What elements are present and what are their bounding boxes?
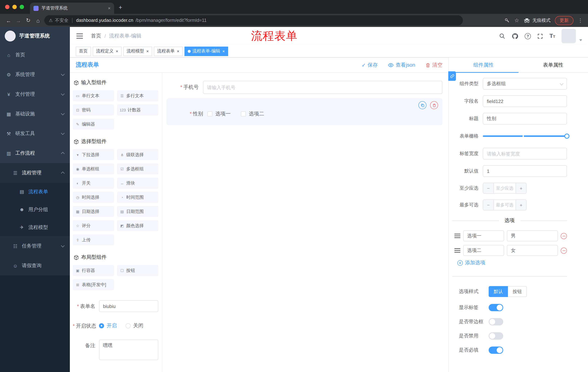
chip-date-picker[interactable]: ▦日期选择 (73, 206, 114, 217)
chip-row-container[interactable]: ▣行容器 (73, 265, 114, 276)
address-bar[interactable]: ⚠ 不安全 dashboard.yudao.iocoder.cn/bpm/man… (44, 15, 463, 25)
border-switch[interactable] (489, 318, 503, 325)
delete-widget-button[interactable] (430, 101, 438, 109)
fullscreen-icon[interactable] (537, 33, 543, 39)
max-select-value[interactable]: 最多可选 (494, 200, 516, 210)
style-button-button[interactable]: 按钮 (508, 286, 527, 297)
option2-value-input[interactable] (507, 245, 558, 256)
option1-value-input[interactable] (507, 230, 558, 241)
zoom-window-button[interactable] (20, 5, 24, 9)
slider-handle[interactable] (564, 134, 569, 139)
search-icon[interactable] (499, 33, 505, 39)
default-value-input[interactable] (483, 165, 567, 177)
sidebar-item-home[interactable]: ⌂ 首页 (0, 45, 70, 65)
tag-close-icon[interactable]: × (222, 49, 225, 54)
sidebar-item-process-mgmt[interactable]: ☰ 流程管理 (0, 163, 70, 183)
browser-menu-icon[interactable]: ⋮ (578, 18, 583, 23)
chip-password[interactable]: ⊡密码 (73, 105, 114, 115)
form-canvas[interactable]: 手机号 (162, 73, 448, 372)
tag-home[interactable]: 首页 (76, 46, 91, 56)
field-name-input[interactable] (483, 95, 567, 107)
sidebar-item-system[interactable]: ⚙ 系统管理 (0, 65, 70, 85)
show-label-switch[interactable] (489, 304, 503, 311)
tag-process-form[interactable]: 流程表单 × (154, 46, 183, 56)
option1-label-input[interactable] (463, 230, 504, 241)
style-default-button[interactable]: 默认 (489, 286, 508, 297)
breadcrumb-home[interactable]: 首页 (91, 33, 101, 39)
tab-component-props[interactable]: 组件属性 (449, 57, 518, 73)
sidebar-item-process-model[interactable]: ✈ 流程模型 (0, 218, 70, 236)
chip-checkbox-group[interactable]: ☑多选框组 (117, 163, 158, 174)
reload-icon[interactable]: ↻ (23, 15, 33, 25)
chip-upload[interactable]: ⇧上传 (73, 234, 114, 245)
add-option-button[interactable]: 添加选项 (457, 260, 567, 266)
radio-closed[interactable]: 关闭 (126, 322, 143, 329)
chip-radio-group[interactable]: ◉单选框组 (73, 163, 114, 174)
browser-update-button[interactable]: 更新 (555, 16, 573, 25)
tag-close-icon[interactable]: × (116, 49, 118, 54)
tag-process-form-edit[interactable]: 流程表单-编辑 × (184, 46, 228, 56)
chip-multi-line-text[interactable]: ☰多行文本 (117, 90, 158, 101)
sidebar-toggle-button[interactable] (76, 36, 84, 36)
component-type-value[interactable] (483, 78, 567, 90)
form-name-input[interactable] (99, 300, 158, 312)
plus-icon[interactable]: + (516, 183, 526, 193)
checkbox-option1[interactable] (207, 111, 212, 117)
chip-select[interactable]: ▾下拉选择 (73, 149, 114, 160)
help-icon[interactable]: ? (525, 33, 531, 39)
password-key-icon[interactable] (504, 18, 510, 23)
font-size-icon[interactable]: TT (549, 33, 555, 39)
sidebar-item-leave-query[interactable]: ☺ 请假查询 (0, 256, 70, 276)
back-icon[interactable]: ← (4, 15, 13, 25)
save-button[interactable]: ✓ 保存 (361, 62, 378, 68)
avatar[interactable] (561, 29, 576, 43)
max-select-stepper[interactable]: − 最多可选 + (483, 200, 526, 210)
min-select-stepper[interactable]: − 至少应选 + (483, 183, 526, 194)
tag-close-icon[interactable]: × (177, 49, 179, 54)
bookmark-star-icon[interactable]: ☆ (514, 17, 519, 24)
minus-icon[interactable]: − (483, 200, 494, 210)
sidebar-item-workflow[interactable]: ▥ 工作流程 (0, 143, 70, 163)
minus-icon[interactable]: − (483, 183, 494, 193)
chip-editor[interactable]: ✎编辑器 (73, 119, 114, 130)
tag-process-model[interactable]: 流程模型 × (123, 46, 152, 56)
chip-date-range[interactable]: ▤日期范围 (117, 206, 158, 217)
label-width-input[interactable] (483, 148, 567, 159)
chip-slider[interactable]: ↔滑块 (117, 178, 158, 189)
sidebar-item-infra[interactable]: ▦ 基础设施 (0, 104, 70, 124)
chip-cascader[interactable]: ⋔级联选择 (117, 149, 158, 160)
checkbox-option2[interactable] (241, 111, 246, 117)
copy-widget-button[interactable] (419, 101, 426, 109)
remark-textarea[interactable]: 嘿嘿 (99, 340, 158, 360)
chip-single-line-text[interactable]: ▭单行文本 (73, 90, 114, 101)
component-type-select[interactable] (483, 78, 567, 90)
home-icon[interactable]: ⌂ (33, 15, 43, 25)
min-select-value[interactable]: 至少应选 (494, 183, 516, 193)
chip-rate[interactable]: ☆评分 (73, 220, 114, 231)
sidebar-item-payment[interactable]: ¥ 支付管理 (0, 85, 70, 104)
remove-option-icon[interactable] (561, 233, 567, 239)
disabled-switch[interactable] (489, 332, 503, 340)
close-window-button[interactable] (5, 5, 10, 9)
security-label[interactable]: 不安全 (55, 17, 69, 23)
drag-handle-icon[interactable] (454, 234, 460, 238)
chip-time-picker[interactable]: ◷时间选择 (73, 192, 114, 203)
phone-field-input[interactable] (203, 81, 442, 94)
remove-option-icon[interactable] (561, 247, 567, 254)
tab-close-icon[interactable]: × (108, 5, 111, 11)
forward-icon[interactable]: → (13, 15, 23, 25)
chip-color-picker[interactable]: ◩颜色选择 (117, 220, 158, 231)
chip-switch[interactable]: ◐开关 (73, 178, 114, 189)
chip-time-range[interactable]: ◔时间范围 (117, 192, 158, 203)
required-switch[interactable] (489, 347, 503, 354)
browser-tab[interactable]: 芋道管理系统 × (30, 2, 114, 14)
sidebar-item-process-form[interactable]: ▤ 流程表单 (0, 183, 70, 201)
chip-button[interactable]: ☐按钮 (117, 265, 158, 276)
canvas-field-gender[interactable]: 性别 选项一 选项二 (167, 98, 442, 125)
drag-handle-icon[interactable] (454, 248, 460, 253)
grid-slider[interactable] (483, 135, 567, 137)
github-icon[interactable] (512, 32, 518, 40)
sidebar-logo[interactable]: 芋道管理系统 (0, 27, 70, 45)
link-handle[interactable] (448, 71, 456, 81)
sidebar-item-task-mgmt[interactable]: ☷ 任务管理 (0, 236, 70, 256)
